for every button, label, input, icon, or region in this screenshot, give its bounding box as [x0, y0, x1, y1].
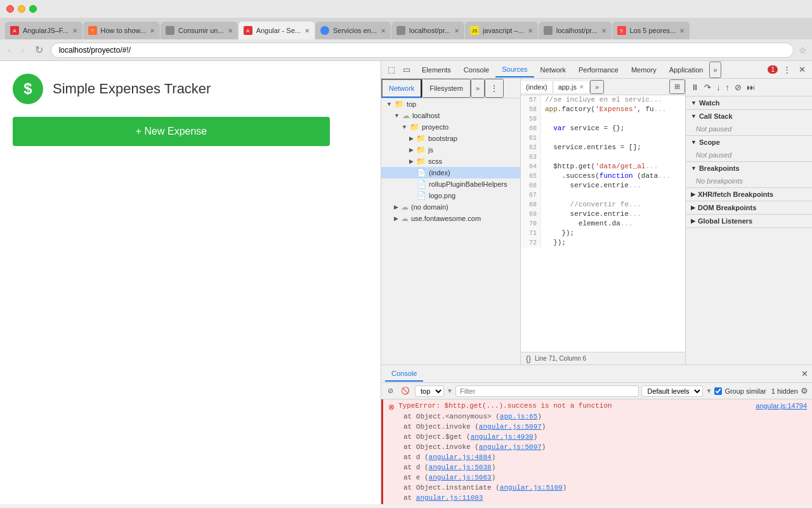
- back-button[interactable]: ‹: [5, 43, 13, 57]
- debugger-breakpoints-section: ▼ Breakpoints No breakpoints: [686, 162, 812, 188]
- sources-kebab-button[interactable]: ⋮: [485, 79, 504, 98]
- console-close-button[interactable]: ✕: [801, 369, 808, 378]
- sources-tab-filesystem[interactable]: Filesystem: [422, 79, 471, 98]
- deactivate-button[interactable]: ⊘: [733, 81, 743, 93]
- tab-close-icon[interactable]: ✕: [679, 27, 684, 34]
- minimize-button[interactable]: [18, 5, 25, 13]
- devtools-settings-button[interactable]: ⋮: [780, 64, 794, 76]
- browser-tab[interactable]: JS javascript –... ✕: [465, 22, 538, 39]
- step-into-button[interactable]: ↓: [715, 81, 722, 93]
- tree-item-index[interactable]: 📄 (index): [381, 167, 520, 178]
- devtools-inspect-button[interactable]: ⬚: [385, 64, 398, 76]
- code-tab-close-icon[interactable]: ✕: [579, 84, 584, 90]
- tab-network[interactable]: Network: [534, 63, 572, 77]
- tab-close-icon[interactable]: ✕: [228, 27, 233, 34]
- stack-link[interactable]: angular.js:5063: [429, 474, 492, 481]
- stack-link[interactable]: angular.js:4884: [429, 453, 492, 461]
- group-similar-label: Group similar: [714, 387, 766, 395]
- tab-sources[interactable]: Sources: [495, 62, 534, 77]
- step-out-button[interactable]: ↑: [724, 81, 731, 93]
- tree-arrow: ▶: [394, 204, 398, 210]
- address-input[interactable]: [51, 43, 794, 58]
- code-line: 59: [521, 114, 685, 124]
- console-clear-button[interactable]: ⊘: [385, 385, 396, 396]
- xhr-header[interactable]: ▶ XHR/fetch Breakpoints: [686, 188, 812, 201]
- tab-close-icon[interactable]: ✕: [381, 27, 386, 34]
- devtools-close-button[interactable]: ✕: [796, 64, 808, 76]
- new-expense-button[interactable]: + New Expense: [13, 117, 330, 146]
- async-button[interactable]: ⏭: [745, 81, 756, 93]
- console-level-select[interactable]: Default levels: [641, 385, 703, 397]
- sources-tab-network[interactable]: Network: [381, 79, 422, 98]
- console-tab[interactable]: Console: [385, 366, 423, 382]
- tree-item-bootstrap[interactable]: ▶ 📁 bootstrap: [381, 133, 520, 144]
- tree-item-no-domain[interactable]: ▶ ☁ (no domain): [381, 201, 520, 213]
- code-format-button[interactable]: ⊞: [669, 79, 685, 94]
- breakpoints-header[interactable]: ▼ Breakpoints: [686, 162, 812, 175]
- callstack-header[interactable]: ▼ Call Stack: [686, 110, 812, 123]
- step-over-button[interactable]: ↷: [703, 81, 712, 93]
- group-similar-checkbox[interactable]: [714, 387, 722, 395]
- stack-link[interactable]: angular.js:5097: [479, 443, 542, 451]
- browser-tab[interactable]: Servicios en... ✕: [315, 22, 391, 39]
- bookmark-icon[interactable]: ☆: [799, 45, 807, 55]
- section-arrow-icon: ▼: [691, 100, 697, 106]
- close-button[interactable]: [6, 5, 14, 13]
- pause-button[interactable]: ⏸: [690, 81, 700, 93]
- line-content: app.factory('Expenses', fu...: [541, 105, 670, 114]
- tab-close-icon[interactable]: ✕: [304, 27, 310, 34]
- browser-tab[interactable]: localhost/pr... ✕: [539, 22, 612, 39]
- error-source-link[interactable]: angular.js:14794: [756, 402, 807, 410]
- sources-tab-more[interactable]: »: [471, 79, 485, 98]
- stack-link[interactable]: angular.js:11083: [416, 494, 483, 502]
- devtools-device-button[interactable]: ▭: [400, 64, 413, 76]
- tab-elements[interactable]: Elements: [416, 63, 457, 77]
- browser-tab[interactable]: 5 Los 5 peores... ✕: [612, 22, 690, 39]
- dom-header[interactable]: ▶ DOM Breakpoints: [686, 201, 812, 214]
- browser-tab[interactable]: localhost/pr... ✕: [391, 22, 464, 39]
- console-filter-input[interactable]: [455, 385, 639, 397]
- tab-close-icon[interactable]: ✕: [528, 27, 533, 34]
- reload-button[interactable]: ↻: [32, 43, 46, 57]
- tree-item-js[interactable]: ▶ 📁 js: [381, 144, 520, 156]
- tab-close-icon[interactable]: ✕: [601, 27, 606, 34]
- address-bar: ‹ › ↻ ☆: [0, 39, 812, 61]
- tab-console[interactable]: Console: [457, 63, 495, 77]
- xhr-label: XHR/fetch Breakpoints: [698, 190, 773, 198]
- stack-link[interactable]: angular.js:4930: [471, 433, 534, 441]
- tree-item-top[interactable]: ▼ 📁 top: [381, 98, 520, 110]
- console-context-select[interactable]: top: [415, 385, 444, 397]
- tab-performance[interactable]: Performance: [572, 63, 625, 77]
- format-icon[interactable]: {}: [526, 354, 531, 363]
- code-tab-index[interactable]: (index): [521, 81, 553, 93]
- scope-header[interactable]: ▼ Scope: [686, 136, 812, 149]
- global-header[interactable]: ▶ Global Listeners: [686, 215, 812, 227]
- stack-link[interactable]: angular.js:5109: [500, 484, 563, 491]
- console-filter-button[interactable]: 🚫: [398, 385, 412, 396]
- browser-tab[interactable]: A AngularJS–F... ✕: [5, 22, 82, 39]
- forward-button[interactable]: ›: [18, 43, 27, 57]
- stack-link[interactable]: angular.js:5038: [429, 464, 492, 471]
- browser-tab[interactable]: ? How to show... ✕: [83, 22, 160, 39]
- tree-item-rollup[interactable]: 📄 rollupPluginBabelHelpers: [381, 178, 520, 190]
- tree-item-proyecto[interactable]: ▼ 📁 proyecto: [381, 121, 520, 133]
- tab-memory[interactable]: Memory: [625, 63, 663, 77]
- code-tab-more[interactable]: »: [590, 80, 604, 94]
- maximize-button[interactable]: [29, 5, 37, 13]
- devtools-more-tabs[interactable]: »: [709, 62, 721, 78]
- browser-tab-active[interactable]: A Angular - Se... ✕: [239, 22, 315, 39]
- stack-link[interactable]: app.js:65: [500, 413, 537, 420]
- stack-link[interactable]: angular.js:5097: [479, 423, 542, 431]
- browser-tab[interactable]: Consumir un... ✕: [160, 22, 238, 39]
- console-settings-button[interactable]: ⚙: [801, 386, 808, 396]
- tab-close-icon[interactable]: ✕: [72, 27, 77, 34]
- tab-application[interactable]: Application: [663, 63, 710, 77]
- tree-item-fontawesome[interactable]: ▶ ☁ use.fontawesome.com: [381, 213, 520, 224]
- tree-item-scss[interactable]: ▶ 📁 scss: [381, 156, 520, 167]
- tree-item-localhost[interactable]: ▼ ☁ localhost: [381, 110, 520, 121]
- watch-header[interactable]: ▼ Watch: [686, 97, 812, 109]
- code-tab-appjs[interactable]: app.js ✕: [553, 81, 590, 93]
- tab-close-icon[interactable]: ✕: [150, 27, 155, 34]
- tree-item-logo[interactable]: 📄 logo.png: [381, 190, 520, 201]
- tab-close-icon[interactable]: ✕: [454, 27, 459, 34]
